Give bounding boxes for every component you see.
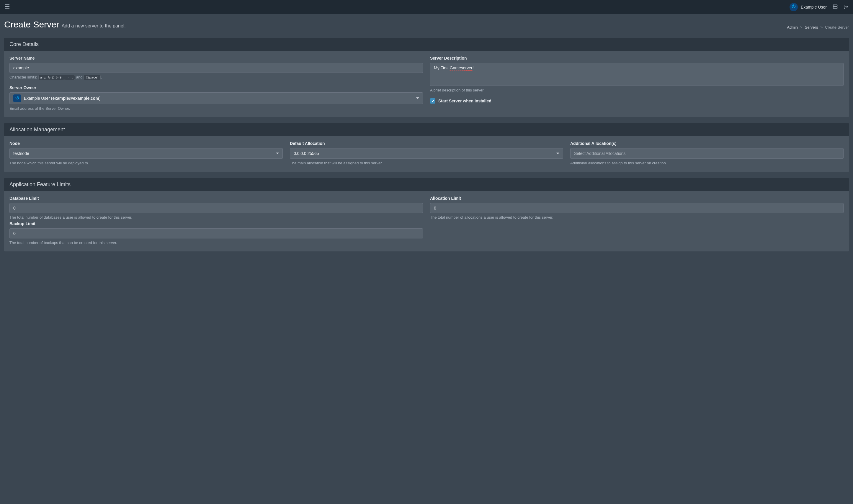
server-owner-label: Server Owner: [10, 85, 423, 90]
svg-rect-2: [5, 8, 10, 8]
box-header: Core Details: [4, 38, 849, 51]
breadcrumb-servers-link[interactable]: Servers: [805, 25, 818, 30]
database-limit-help: The total number of databases a user is …: [10, 215, 423, 220]
avatar: [789, 3, 798, 11]
additional-allocations-select[interactable]: Select Additional Allocations: [570, 148, 843, 159]
backup-limit-help: The total number of backups that can be …: [10, 240, 423, 246]
core-details-box: Core Details Server Name Character limit…: [4, 38, 849, 117]
database-limit-input[interactable]: [10, 203, 423, 213]
box-header: Application Feature Limits: [4, 178, 849, 191]
allocation-management-box: Allocation Management Node testnode The …: [4, 123, 849, 172]
box-header: Allocation Management: [4, 123, 849, 136]
page-title: Create Server: [4, 19, 59, 29]
node-selected-value: testnode: [13, 151, 29, 156]
breadcrumb-sep: >: [800, 25, 802, 30]
server-owner-help: Email address of the Server Owner.: [10, 106, 423, 111]
server-name-help: Character limits: a-z A-Z 0-9 _ - . and …: [10, 75, 423, 80]
backup-limit-input[interactable]: [10, 228, 423, 238]
additional-allocations-placeholder: Select Additional Allocations: [574, 151, 625, 156]
power-icon: [15, 96, 19, 101]
chevron-down-icon: [276, 151, 279, 156]
additional-allocations-label: Additional Allocation(s): [570, 141, 843, 146]
top-navbar: Example User: [0, 0, 853, 14]
owner-selected-value: Example User (example@example.com): [24, 96, 101, 101]
server-name-label: Server Name: [10, 56, 423, 60]
breadcrumb-current: Create Server: [825, 25, 849, 30]
server-description-help: A brief description of this server.: [430, 88, 843, 93]
server-name-input[interactable]: [10, 63, 423, 73]
allocation-limit-help: The total number of allocations a user i…: [430, 215, 843, 220]
allocation-limit-label: Allocation Limit: [430, 196, 843, 201]
additional-allocations-help: Additional allocations to assign to this…: [570, 161, 843, 166]
chevron-down-icon: [416, 96, 419, 101]
server-description-textarea[interactable]: My First Gameserver!: [430, 63, 843, 86]
database-limit-label: Database Limit: [10, 196, 423, 201]
chevron-down-icon: [556, 151, 559, 156]
default-allocation-label: Default Allocation: [290, 141, 563, 146]
user-menu[interactable]: Example User: [789, 3, 827, 11]
breadcrumb-sep: >: [820, 25, 823, 30]
node-help: The node which this server will be deplo…: [10, 161, 283, 166]
user-name-label: Example User: [801, 5, 827, 10]
svg-rect-0: [5, 4, 10, 5]
default-allocation-select[interactable]: 0.0.0.0:25565: [290, 148, 563, 159]
feature-limits-box: Application Feature Limits Database Limi…: [4, 178, 849, 251]
server-owner-select[interactable]: Example User (example@example.com): [10, 92, 423, 104]
hamburger-menu-icon[interactable]: [5, 4, 10, 10]
node-select[interactable]: testnode: [10, 148, 283, 159]
start-server-checkbox[interactable]: [430, 98, 436, 104]
logout-icon[interactable]: [843, 4, 848, 10]
server-description-label: Server Description: [430, 56, 843, 60]
breadcrumb: Admin > Servers > Create Server: [787, 25, 849, 30]
start-server-checkbox-label: Start Server when Installed: [438, 98, 492, 103]
default-allocation-help: The main allocation that will be assigne…: [290, 161, 563, 166]
power-icon: [791, 4, 796, 10]
node-label: Node: [10, 141, 283, 146]
server-list-icon[interactable]: [833, 4, 838, 10]
default-allocation-value: 0.0.0.0:25565: [294, 151, 319, 156]
check-icon: [431, 99, 434, 103]
owner-avatar: [13, 94, 21, 102]
breadcrumb-admin-link[interactable]: Admin: [787, 25, 798, 30]
allocation-limit-input[interactable]: [430, 203, 843, 213]
backup-limit-label: Backup Limit: [10, 221, 423, 226]
svg-rect-1: [5, 6, 10, 7]
page-subtitle: Add a new server to the panel.: [62, 23, 126, 28]
